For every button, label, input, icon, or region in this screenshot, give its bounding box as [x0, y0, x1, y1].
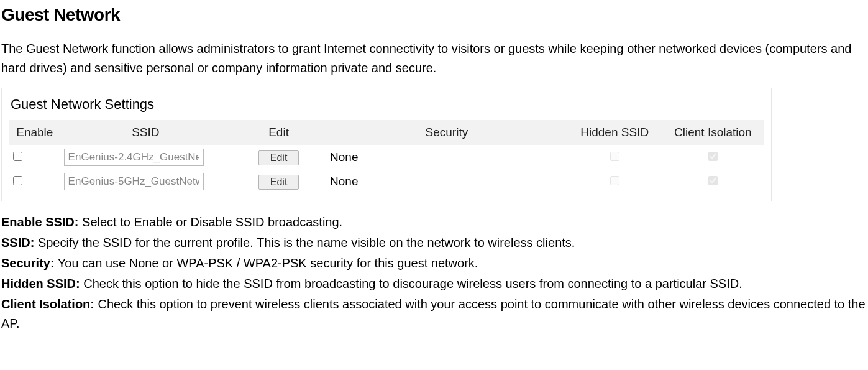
definition-security: Security: You can use None or WPA-PSK / …: [1, 254, 867, 273]
definition-label: Hidden SSID:: [1, 277, 80, 290]
edit-button-row1[interactable]: Edit: [258, 175, 299, 190]
definition-ssid: SSID: Specify the SSID for the current p…: [1, 233, 867, 252]
header-security: Security: [326, 120, 567, 145]
definition-text: Select to Enable or Disable SSID broadca…: [78, 215, 342, 229]
ssid-input-row0[interactable]: [64, 149, 204, 166]
definition-label: Security:: [1, 256, 55, 270]
guest-network-table: Enable SSID Edit Security Hidden SSID Cl…: [9, 120, 764, 193]
definition-text: Check this option to hide the SSID from …: [80, 277, 742, 290]
enable-checkbox-row1[interactable]: [13, 176, 22, 185]
guest-network-settings-panel: Guest Network Settings Enable SSID Edit …: [1, 88, 772, 201]
definition-hidden-ssid: Hidden SSID: Check this option to hide t…: [1, 274, 867, 294]
definition-enable-ssid: Enable SSID: Select to Enable or Disable…: [1, 213, 867, 232]
hidden-ssid-checkbox-row0[interactable]: [610, 152, 619, 161]
client-isolation-checkbox-row0[interactable]: [708, 152, 718, 161]
enable-checkbox-row0[interactable]: [13, 152, 22, 161]
definition-text: Check this option to prevent wireless cl…: [1, 297, 866, 330]
definitions: Enable SSID: Select to Enable or Disable…: [1, 213, 867, 333]
page-title: Guest Network: [1, 2, 867, 28]
definition-label: Client Isolation:: [1, 297, 94, 311]
definition-label: Enable SSID:: [1, 215, 78, 229]
header-edit: Edit: [231, 120, 326, 145]
header-hidden-ssid: Hidden SSID: [567, 120, 662, 145]
header-enable: Enable: [9, 120, 60, 145]
security-value-row0: None: [326, 145, 567, 169]
definition-client-isolation: Client Isolation: Check this option to p…: [1, 295, 867, 333]
client-isolation-checkbox-row1[interactable]: [708, 176, 718, 185]
panel-title: Guest Network Settings: [9, 95, 764, 114]
header-ssid: SSID: [60, 120, 231, 145]
table-row: Edit None: [9, 169, 764, 193]
table-row: Edit None: [9, 145, 764, 169]
intro-text: The Guest Network function allows admini…: [1, 39, 867, 78]
ssid-input-row1[interactable]: [64, 173, 204, 190]
edit-button-row0[interactable]: Edit: [258, 150, 299, 165]
hidden-ssid-checkbox-row1[interactable]: [610, 176, 619, 185]
definition-text: You can use None or WPA-PSK / WPA2-PSK s…: [55, 256, 478, 270]
security-value-row1: None: [326, 169, 567, 193]
definition-text: Specify the SSID for the current profile…: [34, 236, 575, 249]
header-client-isolation: Client Isolation: [662, 120, 764, 145]
definition-label: SSID:: [1, 236, 34, 249]
table-header-row: Enable SSID Edit Security Hidden SSID Cl…: [9, 120, 764, 145]
